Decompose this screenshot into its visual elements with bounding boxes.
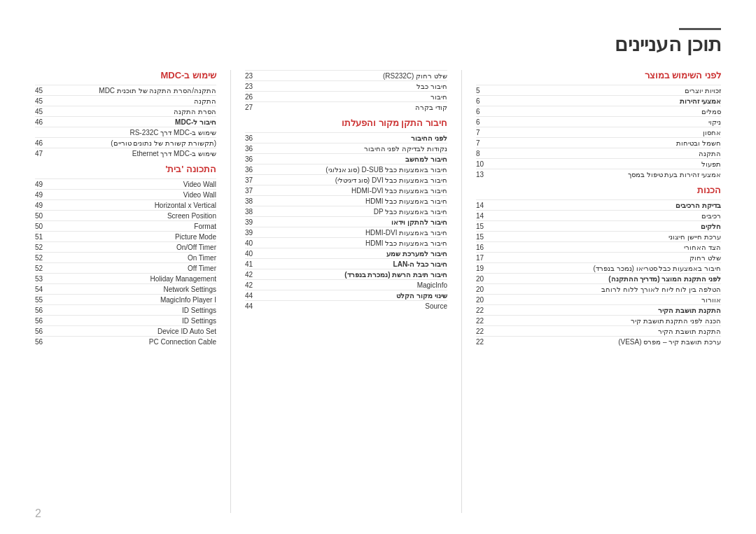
mid-text: קודי בקרה [260,104,447,111]
right-text: רכיבים [490,212,721,220]
table-row: 47 שימוש ב-MDC דרך Ethernet [35,148,216,158]
header: תוכן העניינים [35,28,721,56]
right-num: 8 [476,150,490,157]
right-num: 10 [476,160,490,168]
mid-text: חיבור למחשב [260,155,447,163]
table-row: 46 (תקשורת קשורת של נתונים טוריים) [35,137,216,148]
row-text: On/Off Timer [176,244,216,251]
row-num: 52 [35,254,49,262]
row-num: 46 [35,139,49,147]
right-text: הצד האחורי [490,244,721,251]
row-text: Video Wall [183,181,216,188]
mid-row: 44 שינוי מקור הקלט [245,290,447,300]
table-row: 51 Picture Mode [35,231,216,241]
row-text: הסרת התקנה [49,108,216,115]
mid-num: 42 [245,271,260,279]
right-num: 14 [476,212,490,220]
right-num: 5 [476,87,490,94]
right-row: 22 התקנת תושבת הקיר [476,304,721,315]
table-row: 49 Video Wall [35,189,216,199]
mid-text: חיבור למערכת שמע [260,250,447,258]
row-num: 45 [35,108,49,115]
right-text: הכנה לפני התקנת תושבת קיר [490,317,721,325]
row-num: 50 [35,212,49,220]
table-row: 56 PC Connection Cable [35,336,216,346]
col-left: שימוש ב-MDC 45 התקנה/הסרת התקנה של תוכני… [35,70,231,513]
table-row: 49 Horizontal x Vertical [35,199,216,210]
row-num: 56 [35,317,49,325]
right-text: ניקוי [490,118,721,126]
table-row: 46 חיבור ל-MDC [35,116,216,127]
mid-text: חיבור להתקן וידאו [260,218,447,226]
right-row: 22 התקנת תושבת הקיר [476,325,721,336]
row-text: התקנה [49,97,216,105]
mid-num: 40 [245,250,260,258]
table-row: 56 ID Settings [35,304,216,315]
right-num: 6 [476,118,490,126]
main-title: תוכן העניינים [615,33,721,56]
right-text: הטלפה בין לוח ליוח לאורך ללוח לרוחב [490,286,721,293]
right-text: בדיקת הרכיבים [490,202,721,209]
row-text: Network Settings [163,286,216,293]
row-text: Picture Mode [175,233,216,241]
right-num: 20 [476,296,490,304]
right-num: 15 [476,223,490,230]
row-text: ID Settings [182,317,216,325]
mid-num: 26 [245,93,260,101]
mid-row: 40 חיבור למערכת שמע [245,248,447,258]
row-text: שימוש ב-MDC דרך RS-232C [49,129,216,136]
mid-num: 23 [245,72,260,80]
row-num: 49 [35,202,49,209]
row-num: 45 [35,97,49,105]
mid-text: חיבור כבל ה-LAN [260,260,447,268]
right-row: 22 הכנה לפני התקנת תושבת קיר [476,315,721,325]
row-num: 54 [35,286,49,293]
right-row: 14 רכיבים [476,210,721,220]
title-bar [679,28,721,30]
mid-text: חיבור באמצעות כבל DP [260,208,447,216]
table-row: שימוש ב-MDC דרך RS-232C [35,127,216,137]
right-text: אחסון [490,129,721,136]
row-text: PC Connection Cable [149,338,216,346]
row-num: 46 [35,118,49,126]
right-num: 16 [476,244,490,251]
right-num: 15 [476,233,490,241]
right-num: 19 [476,265,490,272]
mid-num: 41 [245,260,260,268]
row-num: 53 [35,275,49,283]
page-number: 2 [35,507,41,520]
table-row: 45 הסרת התקנה [35,106,216,116]
title-block: תוכן העניינים [615,28,721,56]
mid-num: 44 [245,292,260,300]
table-row: 45 התקנה [35,95,216,106]
row-text: Screen Position [167,212,216,220]
right-text: ערכת תושבת קיר – מפרס (VESA) [490,338,721,346]
mid-row: 37 חיבור באמצעות כבל DVI (סוג דיגיטלי) [245,174,447,185]
right-num: 22 [476,317,490,325]
mid-text: חיבור באמצעות כבל HDMI-DVI [260,187,447,195]
page: תוכן העניינים שימוש ב-MDC 45 התקנה/הסרת … [0,0,756,534]
mid-row: 41 חיבור כבל ה-LAN [245,258,447,269]
mid-row: 42 MagicInfo [245,279,447,290]
right-num: 7 [476,139,490,147]
mid-text: חיבור באמצעות HDMI-DVI [260,229,447,237]
mid-text: חיבור באמצעות כבל D-SUB (סוג אנלוגי) [260,166,447,174]
row-num: 47 [35,150,49,157]
right-text: סמלים [490,108,721,115]
mid-row: 36 חיבור למחשב [245,153,447,164]
mid-text: חיבור כבל [260,83,447,90]
row-num: 56 [35,307,49,314]
mid-text: שינוי מקור הקלט [260,292,447,300]
right-text: אוורור [490,296,721,304]
row-num: 51 [35,233,49,241]
mid-row: 38 חיבור באמצעות כבל HDMI [245,195,447,206]
top-rows: 23 שלט רחוק (RS232C) 23 חיבור כבל 26 חיב… [245,70,447,112]
row-text: התקנה/הסרת התקנה של תוכנית MDC [49,87,216,94]
row-text: (תקשורת קשורת של נתונים טוריים) [49,139,216,147]
right-row: 7 אחסון [476,127,721,137]
mid-row: 40 חיבור באמצעות כבל HDMI [245,237,447,248]
mid-num: 38 [245,197,260,205]
mid-num: 36 [245,155,260,163]
mid-row: 36 חיבור באמצעות כבל D-SUB (סוג אנלוגי) [245,164,447,174]
row-text: חיבור ל-MDC [49,118,216,126]
